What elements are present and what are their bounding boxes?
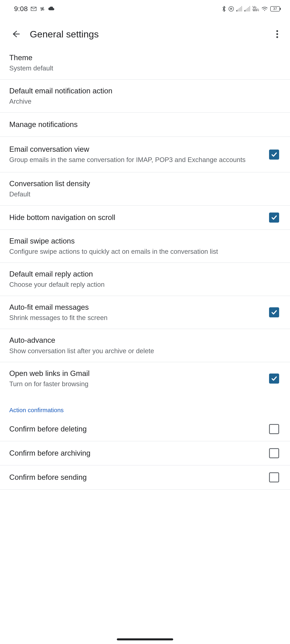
- bluetooth-icon: [222, 6, 226, 12]
- setting-autofit-messages[interactable]: Auto-fit email messages Shrink messages …: [0, 296, 290, 329]
- setting-confirm-delete[interactable]: Confirm before deleting: [0, 417, 290, 441]
- setting-title: Confirm before archiving: [9, 448, 261, 458]
- setting-theme[interactable]: Theme System default: [0, 50, 290, 80]
- wifi-icon: [261, 6, 268, 12]
- signal-1-icon: [236, 6, 242, 12]
- setting-swipe-actions[interactable]: Email swipe actions Configure swipe acti…: [0, 230, 290, 263]
- setting-auto-advance[interactable]: Auto-advance Show conversation list afte…: [0, 329, 290, 362]
- setting-title: Confirm before sending: [9, 472, 261, 482]
- setting-title: Conversation list density: [9, 179, 271, 188]
- setting-title: Default email reply action: [9, 269, 271, 279]
- overflow-menu-button[interactable]: [272, 29, 282, 39]
- setting-subtitle: Archive: [9, 97, 271, 106]
- page-title: General settings: [30, 28, 272, 40]
- setting-confirm-send[interactable]: Confirm before sending: [0, 466, 290, 490]
- back-button[interactable]: [10, 28, 22, 40]
- battery-icon: 37: [270, 6, 280, 12]
- setting-title: Manage notifications: [9, 120, 271, 130]
- checkbox-hide-bottom-nav[interactable]: [269, 212, 279, 222]
- setting-default-reply-action[interactable]: Default email reply action Choose your d…: [0, 263, 290, 296]
- setting-list-density[interactable]: Conversation list density Default: [0, 172, 290, 206]
- setting-subtitle: System default: [9, 64, 271, 73]
- vowifi-icon: VoWiFi: [252, 6, 259, 12]
- setting-subtitle: Turn on for faster browsing: [9, 380, 261, 388]
- status-bar: 9:08 R VoWiFi 37: [0, 0, 290, 14]
- setting-hide-bottom-nav[interactable]: Hide bottom navigation on scroll: [0, 206, 290, 230]
- setting-default-notification-action[interactable]: Default email notification action Archiv…: [0, 80, 290, 113]
- cloud-icon: [48, 7, 54, 11]
- setting-subtitle: Show conversation list after you archive…: [9, 346, 271, 356]
- setting-title: Default email notification action: [9, 86, 271, 96]
- setting-title: Email swipe actions: [9, 236, 271, 246]
- battery-level: 37: [273, 7, 277, 11]
- setting-title: Email conversation view: [9, 144, 261, 154]
- more-vert-icon: [276, 30, 278, 38]
- setting-title: Hide bottom navigation on scroll: [9, 213, 261, 222]
- svg-text:R: R: [230, 7, 232, 10]
- setting-title: Open web links in Gmail: [9, 369, 261, 378]
- checkbox-confirm-archive[interactable]: [269, 448, 279, 458]
- setting-subtitle: Default: [9, 190, 271, 199]
- pinwheel-icon: [40, 6, 45, 12]
- app-bar: General settings: [0, 14, 290, 50]
- setting-title: Auto-fit email messages: [9, 302, 261, 312]
- checkbox-open-web-links[interactable]: [269, 374, 279, 384]
- setting-conversation-view[interactable]: Email conversation view Group emails in …: [0, 137, 290, 172]
- setting-title: Confirm before deleting: [9, 424, 261, 434]
- settings-list: Theme System default Default email notif…: [0, 50, 290, 490]
- setting-open-web-links[interactable]: Open web links in Gmail Turn on for fast…: [0, 362, 290, 395]
- signal-2-icon: [244, 6, 250, 12]
- setting-confirm-archive[interactable]: Confirm before archiving: [0, 441, 290, 466]
- checkbox-confirm-send[interactable]: [269, 472, 279, 482]
- registered-icon: R: [228, 6, 234, 12]
- checkbox-autofit[interactable]: [269, 307, 279, 317]
- gesture-bar: [117, 638, 173, 640]
- gmail-icon: [31, 6, 37, 11]
- section-action-confirmations: Action confirmations: [0, 395, 290, 417]
- setting-title: Theme: [9, 53, 271, 62]
- setting-subtitle: Shrink messages to fit the screen: [9, 313, 261, 322]
- setting-manage-notifications[interactable]: Manage notifications: [0, 113, 290, 137]
- setting-subtitle: Configure swipe actions to quickly act o…: [9, 247, 271, 256]
- checkbox-confirm-delete[interactable]: [269, 424, 279, 434]
- checkbox-conversation-view[interactable]: [269, 150, 279, 160]
- setting-title: Auto-advance: [9, 336, 271, 345]
- setting-subtitle: Choose your default reply action: [9, 280, 271, 289]
- setting-subtitle: Group emails in the same conversation fo…: [9, 155, 261, 164]
- status-time: 9:08: [14, 5, 28, 13]
